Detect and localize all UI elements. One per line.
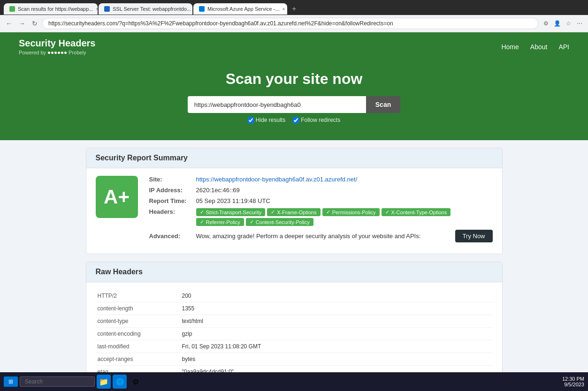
tab3-label: Microsoft Azure App Service -... [207,6,279,12]
header-value: 1355 [180,302,493,315]
powered-by: Powered by Probely [19,50,86,55]
table-row: last-modifiedFri, 01 Sep 2023 11:08:20 G… [96,340,493,353]
badge-rp: Referrer-Policy [196,218,244,226]
badge-pp: Permissions-Policy [322,208,380,216]
table-row: content-length1355 [96,302,493,315]
ip-label: IP Address: [149,187,196,194]
tab1-close[interactable]: × [96,7,98,12]
raw-headers-header: Raw Headers [86,262,502,282]
hide-results-checkbox[interactable] [248,117,254,123]
probely-dots [48,52,67,54]
browser-chrome: Scan results for https://webapp... × SSL… [0,0,588,32]
browser-toolbar: ← → ↻ ⚙ 👤 ☆ ⋯ [0,15,588,32]
address-bar[interactable] [42,18,538,29]
tab2-favicon [104,6,110,12]
headers-row: Headers: Strict-Transport-Security X-Fra… [149,208,493,226]
refresh-button[interactable]: ↻ [30,19,39,28]
report-summary: A+ Site: https://webappfrontdoor-byendba… [96,176,493,246]
more-icon[interactable]: ⋯ [575,19,584,28]
advanced-row: Advanced: Wow, amazing grade! Perform a … [149,230,493,242]
taskbar-search[interactable] [20,376,95,387]
grade-box: A+ [96,176,138,218]
dot6 [64,52,67,54]
dot4 [58,52,60,54]
taskbar-app-edge[interactable]: 🌐 [113,375,127,389]
ip-value: 2620:1ec:46::69 [196,187,493,194]
logo-title: Security Headers [19,38,95,49]
extensions-icon[interactable]: ⚙ [541,19,550,28]
nav-home[interactable]: Home [501,43,519,51]
table-row: content-encodinggzip [96,328,493,340]
raw-headers-title: Raw Headers [96,268,493,276]
table-row: accept-rangesbytes [96,353,493,366]
taskbar-time-display: 12:30 PM [562,376,584,382]
forward-button[interactable]: → [17,19,27,28]
nav-about[interactable]: About [530,43,548,51]
scan-bar: Scan [19,96,569,113]
browser-tab-2[interactable]: SSL Server Test: webappfrontdo... × [99,3,192,15]
taskbar-clock: 12:30 PM 9/5/2023 [562,376,584,387]
profile-icon[interactable]: 👤 [552,19,562,28]
header-value: Fri, 01 Sep 2023 11:08:20 GMT [180,340,493,353]
header-key: last-modified [96,340,180,353]
site-logo: Security Headers Powered by Probely [19,38,95,55]
header-value: text/html [180,315,493,328]
hero-section: Scan your site now Scan Hide results Fol… [0,61,588,140]
summary-details: Site: https://webappfrontdoor-byendbagh6… [149,176,493,246]
badge-sts: Strict-Transport-Security [196,208,266,216]
site-row: Site: https://webappfrontdoor-byendbagh6… [149,176,493,183]
hide-results-option[interactable]: Hide results [248,117,285,123]
tab3-close[interactable]: × [282,7,285,12]
security-report-title: Security Report Summary [96,154,493,162]
header-key: content-type [96,315,180,328]
scan-input[interactable] [188,96,366,113]
table-row: HTTP/2200 [96,290,493,302]
taskbar-app-explorer[interactable]: 📁 [97,375,111,389]
security-report-header: Security Report Summary [86,148,502,168]
follow-redirects-checkbox[interactable] [293,117,299,123]
dot3 [54,52,57,54]
taskbar-app-settings[interactable]: ⚙ [129,375,143,389]
site-value: https://webappfrontdoor-byendbagh6a0f.av… [196,176,493,183]
scan-options: Hide results Follow redirects [19,117,569,123]
advanced-label: Advanced: [149,233,196,240]
follow-redirects-option[interactable]: Follow redirects [293,117,340,123]
header-value: 200 [180,290,493,302]
header-value: bytes [180,353,493,366]
back-button[interactable]: ← [4,19,14,28]
table-row: content-typetext/html [96,315,493,328]
headers-label: Headers: [149,208,196,215]
tab1-favicon [9,6,15,12]
badge-xcto: X-Content-Type-Options [382,208,451,216]
hero-heading: Scan your site now [19,70,569,88]
tab1-label: Scan results for https://webapp... [18,6,93,12]
dot2 [51,52,53,54]
nav-api[interactable]: API [558,43,569,51]
header-key: content-encoding [96,328,180,340]
taskbar-date-display: 9/5/2023 [562,382,584,387]
advanced-text: Wow, amazing grade! Perform a deeper sec… [196,233,455,240]
badge-xfo: X-Frame-Options [267,208,320,216]
dot5 [61,52,63,54]
main-content: Security Report Summary A+ Site: https:/… [78,140,510,391]
dot1 [48,52,50,54]
site-link[interactable]: https://webappfrontdoor-byendbagh6a0f.av… [196,176,358,183]
taskbar: ⊞ 📁 🌐 ⚙ 12:30 PM 9/5/2023 [0,372,588,391]
tab3-favicon [199,6,205,12]
start-button[interactable]: ⊞ [4,376,18,387]
raw-headers-card: Raw Headers HTTP/2200content-length1355c… [86,262,503,391]
site-label: Site: [149,176,196,183]
browser-tab-1[interactable]: Scan results for https://webapp... × [4,3,98,15]
browser-tab-3[interactable]: Microsoft Azure App Service -... × [193,3,287,15]
favorites-icon[interactable]: ☆ [564,19,573,28]
new-tab-button[interactable]: + [288,3,300,15]
scan-button[interactable]: Scan [366,96,400,113]
security-report-card: Security Report Summary A+ Site: https:/… [86,148,503,254]
header-value: gzip [180,328,493,340]
header-key: accept-ranges [96,353,180,366]
taskbar-right: 12:30 PM 9/5/2023 [562,376,584,387]
try-now-button[interactable]: Try Now [455,230,493,242]
header-key: HTTP/2 [96,290,180,302]
report-time-row: Report Time: 05 Sep 2023 11:19:48 UTC [149,197,493,204]
site-header: Security Headers Powered by Probely Home… [0,32,588,61]
